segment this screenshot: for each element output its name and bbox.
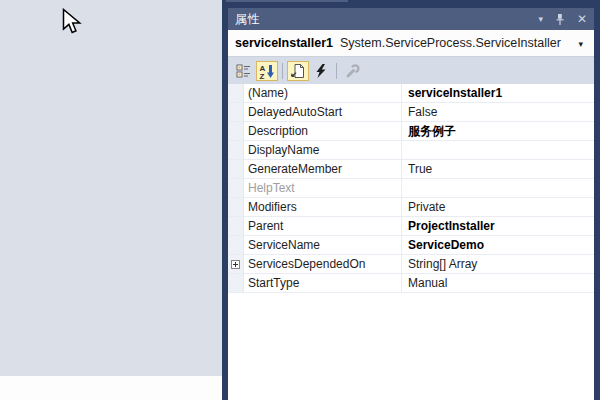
property-value: False <box>408 105 437 119</box>
property-name: HelpText <box>248 181 295 195</box>
property-row[interactable]: GenerateMember True <box>228 160 594 179</box>
chevron-down-icon[interactable]: ▾ <box>538 15 543 24</box>
events-icon[interactable] <box>310 61 332 81</box>
property-grid-empty-area <box>228 293 594 400</box>
designer-bottom-area <box>0 376 222 400</box>
property-value: String[] Array <box>408 257 477 271</box>
panel-title: 属性 <box>235 11 260 28</box>
categorized-icon[interactable] <box>233 61 255 81</box>
row-margin <box>228 141 244 159</box>
properties-icon[interactable] <box>287 61 309 81</box>
row-margin <box>228 160 244 178</box>
property-row[interactable]: Modifiers Private <box>228 198 594 217</box>
property-name: Parent <box>248 219 283 233</box>
property-name: ServicesDependedOn <box>248 257 365 271</box>
property-name: (Name) <box>248 86 288 100</box>
row-margin <box>228 198 244 216</box>
window-controls: ▾ ✕ <box>538 13 587 26</box>
property-row[interactable]: DisplayName <box>228 141 594 160</box>
expand-plus-icon[interactable] <box>231 260 240 269</box>
property-pages-icon[interactable] <box>341 61 363 81</box>
row-margin <box>228 84 244 102</box>
property-row[interactable]: (Name) serviceInstaller1 <box>228 84 594 103</box>
selected-object-type: System.ServiceProcess.ServiceInstaller <box>340 36 561 50</box>
property-row[interactable]: Parent ProjectInstaller <box>228 217 594 236</box>
row-margin <box>228 217 244 235</box>
property-row[interactable]: ServiceName ServiceDemo <box>228 236 594 255</box>
row-margin <box>228 122 244 140</box>
property-value: Private <box>408 200 445 214</box>
property-value: 服务例子 <box>408 123 456 140</box>
property-name: ServiceName <box>248 238 320 252</box>
properties-panel: 属性 ▾ ✕ serviceInstaller1 System.Servic <box>222 0 600 400</box>
close-icon[interactable]: ✕ <box>577 13 587 25</box>
alphabetical-icon[interactable]: AZ <box>256 61 278 81</box>
property-value: Manual <box>408 276 447 290</box>
selected-object-name: serviceInstaller1 <box>235 36 333 50</box>
row-margin <box>228 103 244 121</box>
object-dropdown-arrow-icon[interactable]: ▾ <box>578 39 583 49</box>
object-selector[interactable]: serviceInstaller1 System.ServiceProcess.… <box>228 30 594 57</box>
property-value: serviceInstaller1 <box>408 86 502 100</box>
row-margin <box>228 179 244 197</box>
svg-text:Z: Z <box>260 71 265 79</box>
property-name: DelayedAutoStart <box>248 105 342 119</box>
property-name: Modifiers <box>248 200 297 214</box>
panel-top-highlight <box>226 0 348 2</box>
property-value: ServiceDemo <box>408 238 484 252</box>
toolbar-separator <box>336 63 337 79</box>
property-name: StartType <box>248 276 299 290</box>
panel-titlebar[interactable]: 属性 ▾ ✕ <box>228 8 594 30</box>
row-margin <box>228 255 244 273</box>
row-margin <box>228 274 244 292</box>
property-row[interactable]: ServicesDependedOn String[] Array <box>228 255 594 274</box>
property-name: GenerateMember <box>248 162 342 176</box>
toolbar-separator <box>282 63 283 79</box>
property-row[interactable]: HelpText <box>228 179 594 198</box>
row-margin <box>228 236 244 254</box>
pin-icon[interactable] <box>555 13 565 26</box>
property-row[interactable]: StartType Manual <box>228 274 594 293</box>
property-name: DisplayName <box>248 143 319 157</box>
designer-surface[interactable] <box>0 0 222 400</box>
screenshot-root: 属性 ▾ ✕ serviceInstaller1 System.Servic <box>0 0 600 400</box>
property-row[interactable]: Description 服务例子 <box>228 122 594 141</box>
property-grid: (Name) serviceInstaller1 DelayedAutoStar… <box>228 84 594 293</box>
property-value: True <box>408 162 432 176</box>
property-name: Description <box>248 124 308 138</box>
properties-toolbar: AZ <box>228 57 594 84</box>
property-row[interactable]: DelayedAutoStart False <box>228 103 594 122</box>
mouse-cursor-icon <box>62 8 86 38</box>
property-value: ProjectInstaller <box>408 219 495 233</box>
